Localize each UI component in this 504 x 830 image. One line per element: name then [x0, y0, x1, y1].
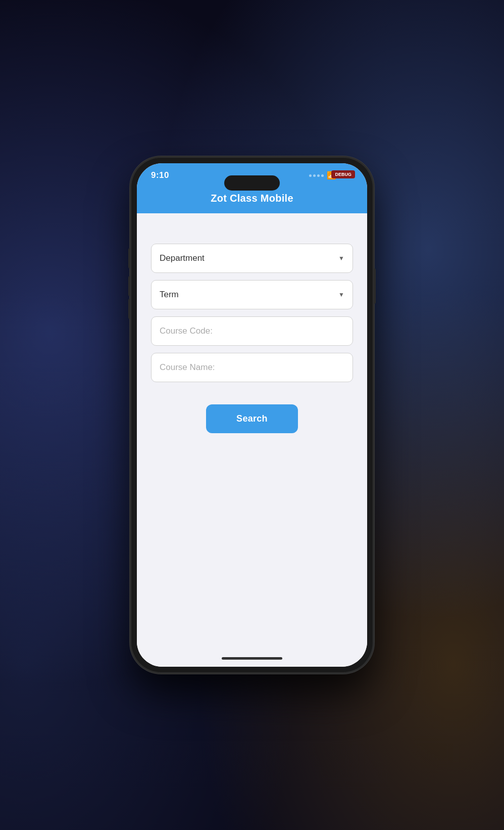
phone-frame: 9:10 📶 DEB [131, 157, 373, 673]
course-code-input[interactable] [151, 316, 353, 346]
department-dropdown-label: Department [160, 253, 205, 263]
department-dropdown[interactable]: Department ▼ [151, 244, 353, 273]
term-dropdown-container: Term ▼ [151, 280, 353, 309]
signal-dot-4 [321, 174, 324, 177]
department-chevron-down-icon: ▼ [338, 255, 344, 262]
search-button[interactable]: Search [206, 404, 298, 433]
debug-badge: DEBUG [331, 170, 355, 178]
term-chevron-down-icon: ▼ [338, 291, 344, 298]
search-button-container: Search [151, 404, 353, 433]
term-dropdown[interactable]: Term ▼ [151, 280, 353, 309]
signal-dot-2 [313, 174, 316, 177]
notch [224, 175, 280, 191]
signal-dot-3 [317, 174, 320, 177]
course-name-input[interactable] [151, 353, 353, 382]
department-dropdown-container: Department ▼ [151, 244, 353, 273]
term-dropdown-label: Term [160, 290, 179, 300]
phone-screen: 9:10 📶 DEB [137, 163, 367, 667]
status-bar: 9:10 📶 DEB [137, 163, 367, 186]
signal-dot-1 [309, 174, 312, 177]
app-title: Zot Class Mobile [211, 193, 293, 204]
signal-dots [309, 174, 324, 177]
home-indicator-bar [137, 652, 367, 667]
status-time: 9:10 [151, 170, 169, 180]
main-content: Department ▼ Term ▼ Search [137, 213, 367, 652]
home-indicator [222, 657, 282, 660]
